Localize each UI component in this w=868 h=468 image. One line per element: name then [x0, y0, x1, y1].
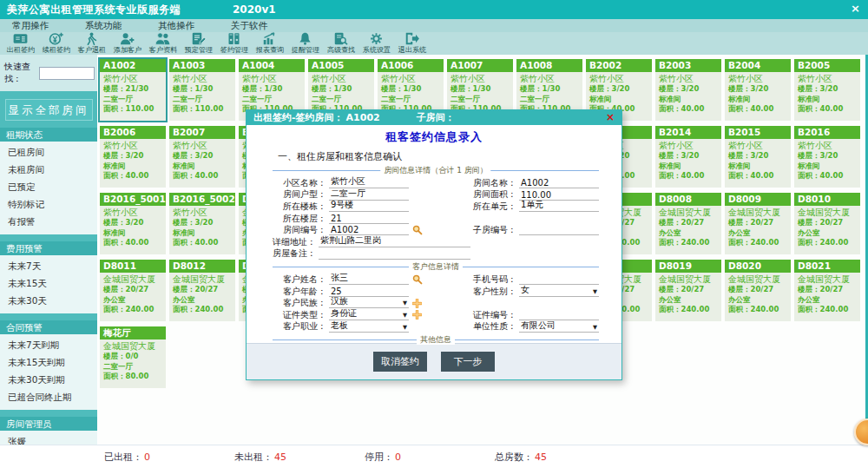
sidebar-filter-item[interactable]: 已预定 [0, 179, 97, 196]
room-estate: 金城国贸大厦 [798, 207, 858, 218]
sidebar-filter-item[interactable]: 未来15天到期 [0, 354, 97, 372]
field-input[interactable]: 1单元 [519, 201, 599, 213]
field-select[interactable]: 老板▼ [329, 321, 409, 333]
room-id: B2007 [169, 126, 235, 139]
sidebar-filter-item[interactable]: 未来30天 [0, 293, 97, 310]
window-close-icon[interactable]: × [851, 2, 860, 16]
lease-sign-icon [11, 32, 30, 45]
room-area: 面积：240.00 [173, 305, 233, 315]
field-input[interactable]: 21 [329, 213, 409, 224]
search-icon[interactable] [412, 225, 423, 235]
toolbar-button-checkout-person[interactable]: 客户退租 [74, 32, 109, 55]
sidebar-filter-item[interactable]: 未来30天到期 [0, 372, 97, 389]
room-card-D8019[interactable]: D8019 金城国贸大厦 楼层：20/27 办公室 面积：240.00 [655, 260, 721, 321]
room-floor: 楼层：3/20 [173, 218, 233, 228]
room-id: A1002 [100, 59, 166, 72]
next-step-button[interactable]: 下一步 [441, 352, 495, 372]
room-card-D8020[interactable]: D8020 金城国贸大厦 楼层：20/27 办公室 面积：240.00 [725, 260, 791, 321]
room-card-D8010[interactable]: D8010 金城国贸大厦 楼层：20/27 办公室 面积：240.00 [794, 193, 860, 254]
room-estate: 金城国贸大厦 [173, 274, 233, 285]
field-label: 房间编号： [273, 224, 326, 236]
room-card-D8021[interactable]: D8021 金城国贸大厦 楼层：20/27 办公室 面积：240.00 [794, 260, 860, 321]
field-input[interactable] [519, 274, 599, 286]
sidebar-filter-item[interactable]: 未来15天 [0, 275, 97, 293]
sidebar-filter-item[interactable]: 有报警 [0, 214, 97, 231]
field-input[interactable]: A1002 [519, 178, 599, 189]
room-type: 标准间 [728, 95, 789, 105]
toolbar-button-add-customer[interactable]: 添加客户 [109, 32, 145, 55]
menu-item-3[interactable]: 其他操作 [158, 20, 194, 32]
toolbar-button-contract-binders[interactable]: 签约管理 [216, 32, 252, 55]
room-card-D8009[interactable]: D8009 金城国贸大厦 楼层：20/27 办公室 面积：240.00 [725, 193, 791, 254]
toolbar-button-reminder-bell[interactable]: 提醒管理 [287, 32, 323, 55]
dialog-title-bar[interactable]: 出租签约-签约房间：A1002子房间： × [247, 110, 621, 125]
room-type: 办公室 [173, 295, 233, 306]
menu-bar: 常用操作系统功能其他操作关于软件 [0, 19, 868, 32]
sidebar-filter-item[interactable]: 未来7天到期 [0, 337, 97, 354]
room-card-D8011[interactable]: D8011 金城国贸大厦 楼层：20/27 办公室 面积：240.00 [100, 260, 166, 321]
toolbar-button-lease-sign[interactable]: 出租签约 [3, 32, 38, 55]
sidebar-filter-item[interactable]: 已租房间 [0, 144, 97, 161]
quick-search-input[interactable] [39, 67, 95, 80]
sidebar-filter-item[interactable]: 未租房间 [0, 161, 97, 179]
room-card-B2004[interactable]: B2004 紫竹小区 楼层：3/20 标准间 面积：40.00 [725, 59, 791, 121]
room-type: 标准间 [728, 161, 789, 172]
room-card-B2005[interactable]: B2005 紫竹小区 楼层：3/20 标准间 面积：40.00 [794, 59, 860, 121]
room-card-B2015[interactable]: B2015 紫竹小区 楼层：3/20 标准间 面积：40.00 [725, 126, 791, 188]
show-all-rooms-button[interactable]: 显示全部房间 [5, 99, 93, 121]
toolbar-button-booking-edit[interactable]: 预定管理 [181, 32, 216, 55]
toolbar-button-label: 退出系统 [398, 45, 425, 55]
room-floor: 楼层：21/30 [103, 84, 164, 95]
room-card-梅花厅[interactable]: 梅花厅 金城国贸大厦 楼层：0/0 二室一厅 面积：80.00 [100, 326, 166, 388]
sidebar-filter-item[interactable]: 张媛 [0, 433, 97, 445]
toolbar-button-report-chart[interactable]: 报表查询 [252, 32, 287, 55]
room-card-body: 紫竹小区 楼层：3/20 标准间 面积：40.00 [655, 72, 721, 115]
room-id: B2004 [725, 59, 791, 72]
room-card-B2016_5001[interactable]: B2016_5001 紫竹小区 楼层：3/20 标准间 面积：40.00 [100, 193, 166, 254]
sidebar-section-title: 租期状态 [0, 128, 97, 142]
field-label: 房间户型： [273, 188, 326, 201]
field-input[interactable] [319, 248, 470, 260]
field-input[interactable] [519, 225, 599, 236]
toolbar-button-exit-door[interactable]: 退出系统 [394, 32, 430, 55]
room-card-D8012[interactable]: D8012 金城国贸大厦 楼层：20/27 办公室 面积：240.00 [169, 260, 235, 321]
field-label: 手机号码： [454, 274, 516, 286]
room-id: B2015 [725, 126, 791, 139]
room-card-D8008[interactable]: D8008 金城国贸大厦 楼层：20/27 办公室 面积：240.00 [655, 193, 721, 254]
room-card-B2007[interactable]: B2007 紫竹小区 楼层：3/20 标准间 面积：40.00 [169, 126, 235, 188]
field-input[interactable]: 9号楼 [329, 201, 409, 213]
room-card-B2003[interactable]: B2003 紫竹小区 楼层：3/20 标准间 面积：40.00 [655, 59, 721, 121]
room-card-B2016_5002[interactable]: B2016_5002 紫竹小区 楼层：3/20 标准间 面积：40.00 [169, 193, 235, 254]
sidebar-section: 合同预警未来7天到期未来15天到期未来30天到期已超合同终止期 [0, 320, 97, 410]
room-card-A1003[interactable]: A1003 紫竹小区 楼层：1/30 二室一厅 面积：110.00 [169, 59, 235, 121]
exit-door-icon [403, 32, 421, 45]
field-select[interactable]: 女▼ [519, 286, 599, 297]
field-input[interactable]: 张三 [329, 274, 409, 286]
sidebar-filter-item[interactable]: 特别标记 [0, 196, 97, 214]
room-card-body: 紫竹小区 楼层：21/30 二室一厅 面积：110.00 [100, 72, 166, 115]
add-icon[interactable] [412, 299, 422, 308]
toolbar-button-advanced-search[interactable]: 高级查找 [323, 32, 358, 55]
sidebar-filter-item[interactable]: 已超合同终止期 [0, 389, 97, 406]
field-input[interactable]: 紫荆山路二里岗 [319, 237, 470, 248]
room-card-B2014[interactable]: B2014 紫竹小区 楼层：3/20 标准间 面积：40.00 [655, 126, 721, 188]
cancel-sign-button[interactable]: 取消签约 [373, 352, 427, 372]
toolbar-button-renew-lease[interactable]: 续租签约 [38, 32, 74, 55]
dialog-close-icon[interactable]: × [606, 110, 615, 125]
room-estate: 紫竹小区 [520, 73, 581, 84]
menu-item-1[interactable]: 常用操作 [12, 20, 49, 32]
room-type: 标准间 [173, 161, 233, 172]
room-card-B2006[interactable]: B2006 紫竹小区 楼层：3/20 标准间 面积：40.00 [100, 126, 166, 188]
toolbar-button-customers[interactable]: 客户资料 [145, 32, 181, 55]
room-card-B2016[interactable]: B2016 紫竹小区 楼层：3/20 标准间 面积：40.00 [794, 126, 860, 188]
add-icon[interactable] [412, 310, 422, 320]
field-select[interactable]: 有限公司▼ [519, 321, 599, 333]
menu-item-2[interactable]: 系统功能 [85, 20, 122, 32]
room-card-body: 紫竹小区 楼层：3/20 标准间 面积：40.00 [169, 139, 235, 181]
form-group-divider: 房间信息详情（合计 1 房间） [273, 166, 599, 175]
menu-item-4[interactable]: 关于软件 [231, 20, 267, 32]
toolbar-button-settings-gear[interactable]: 系统设置 [358, 32, 394, 55]
sidebar-filter-item[interactable]: 未来7天 [0, 258, 97, 275]
room-card-A1002[interactable]: A1002 紫竹小区 楼层：21/30 二室一厅 面积：110.00 [100, 59, 166, 121]
search-icon[interactable] [412, 274, 423, 285]
